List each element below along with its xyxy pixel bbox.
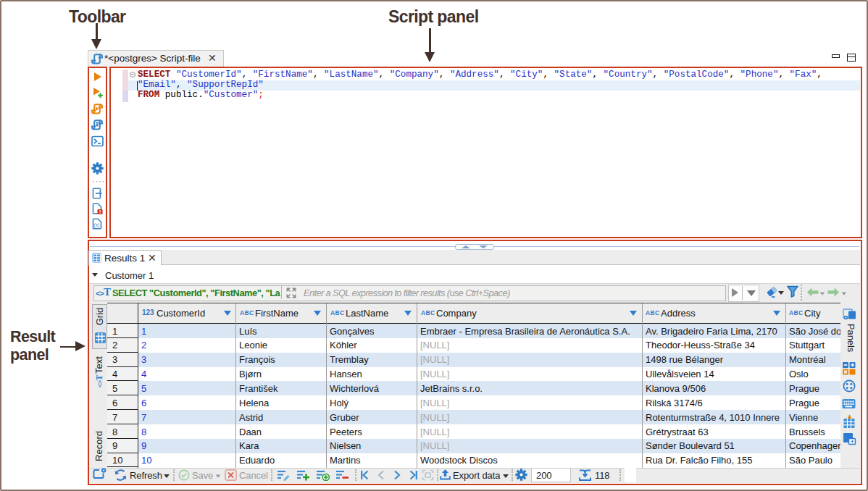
- svg-text:(x): (x): [94, 222, 100, 228]
